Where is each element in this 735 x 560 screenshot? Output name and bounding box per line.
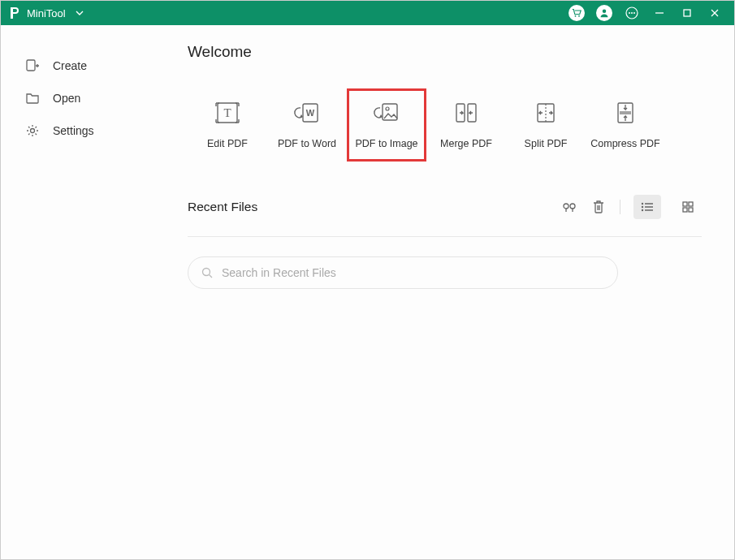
gear-icon [25,123,40,138]
action-pdf-to-image[interactable]: PDF to Image [347,88,426,162]
sidebar-item-label: Open [53,92,80,105]
main-panel: Welcome T Edit PDF W PDF to Word PDF to … [171,25,734,559]
svg-rect-11 [27,60,35,71]
svg-point-4 [629,12,630,14]
app-title: MiniTool [27,7,66,19]
action-label: Compress PDF [590,138,659,149]
search-input[interactable] [222,266,604,279]
pin-icon[interactable] [561,199,577,215]
svg-point-5 [631,12,633,14]
action-label: Split PDF [525,138,568,149]
sidebar-item-open[interactable]: Open [25,82,171,114]
action-compress-pdf[interactable]: Compress PDF [586,88,665,162]
sidebar-item-settings[interactable]: Settings [25,114,171,147]
action-label: PDF to Image [355,138,417,149]
separator [620,200,620,214]
svg-line-41 [210,274,213,278]
search-icon [201,267,214,279]
recent-files-title: Recent Files [188,200,561,214]
svg-point-1 [578,15,580,17]
search-box[interactable] [188,256,618,289]
sidebar-item-label: Settings [53,124,94,137]
pdf-to-image-icon [373,101,400,125]
svg-point-12 [31,129,35,133]
svg-point-32 [642,206,643,208]
svg-point-40 [203,268,210,275]
svg-point-0 [575,15,577,17]
action-split-pdf[interactable]: Split PDF [506,88,586,162]
minimize-icon[interactable] [651,5,668,21]
sidebar: Create Open Settings [1,25,171,559]
view-list-button[interactable] [633,195,661,219]
svg-rect-38 [683,208,687,212]
svg-point-6 [633,12,635,14]
app-logo-icon [7,6,22,20]
sidebar-item-label: Create [53,59,87,72]
svg-rect-8 [684,10,690,16]
svg-point-30 [642,203,643,205]
open-folder-icon [25,91,40,106]
close-icon[interactable] [707,5,723,21]
svg-point-26 [564,204,569,209]
trash-icon[interactable] [590,199,607,215]
view-grid-button[interactable] [674,195,702,219]
pdf-to-word-icon: W [293,101,321,125]
svg-rect-37 [689,202,693,206]
svg-point-27 [570,204,575,209]
divider [188,236,702,237]
svg-text:W: W [306,108,315,118]
svg-rect-39 [689,208,693,212]
action-label: PDF to Word [278,138,336,149]
titlebar-right [569,5,723,21]
compress-pdf-icon [612,101,639,125]
merge-pdf-icon [452,101,480,125]
action-label: Edit PDF [207,138,248,149]
svg-rect-36 [683,202,687,206]
recent-tools [561,195,702,219]
feedback-icon[interactable] [624,5,640,21]
action-pdf-to-word[interactable]: W PDF to Word [267,88,347,162]
svg-text:T: T [223,106,231,119]
action-edit-pdf[interactable]: T Edit PDF [188,88,267,162]
actions-row: T Edit PDF W PDF to Word PDF to Image [188,88,702,162]
titlebar: MiniTool [1,1,734,25]
split-pdf-icon [532,101,560,125]
user-icon[interactable] [596,5,612,21]
content-area: Create Open Settings Welcome T Edit PDF [1,25,734,559]
svg-point-34 [642,209,643,211]
svg-point-2 [603,10,607,14]
sidebar-item-create[interactable]: Create [25,50,171,82]
cart-icon[interactable] [569,5,585,21]
maximize-icon[interactable] [679,5,695,21]
titlebar-dropdown-icon[interactable] [76,9,84,17]
recent-header: Recent Files [188,194,702,220]
welcome-title: Welcome [188,43,702,61]
create-icon [25,58,40,73]
action-label: Merge PDF [440,138,492,149]
svg-point-18 [386,107,389,110]
titlebar-left: MiniTool [7,6,84,20]
edit-pdf-icon: T [214,101,241,125]
action-merge-pdf[interactable]: Merge PDF [426,88,506,162]
